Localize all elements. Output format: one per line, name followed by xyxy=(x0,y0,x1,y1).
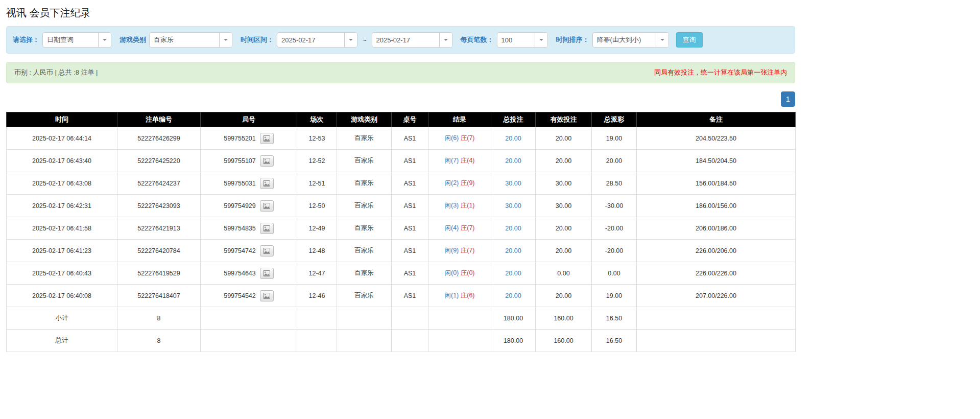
result-banker: 庄(4) xyxy=(461,157,475,164)
cell-remark: 207.00/226.00 xyxy=(637,285,796,307)
video-replay-icon[interactable] xyxy=(260,290,274,301)
cell-bet-id: 522276418407 xyxy=(117,285,201,307)
time-range-label: 时间区间： xyxy=(241,35,274,44)
cell-total-bet: 20.00 xyxy=(491,262,536,285)
cell-payout: 19.00 xyxy=(592,127,637,150)
subtotal-empty-cell xyxy=(392,307,428,330)
total-empty-cell xyxy=(337,330,392,352)
cell-result: 闲(9) 庄(7) xyxy=(428,240,491,262)
header-payout: 总派彩 xyxy=(592,112,637,127)
cell-bet-id: 522276423093 xyxy=(117,195,201,217)
video-replay-icon[interactable] xyxy=(260,155,274,167)
video-replay-icon[interactable] xyxy=(260,133,274,144)
total-bet-link[interactable]: 20.00 xyxy=(505,247,521,254)
result-banker: 庄(1) xyxy=(461,202,475,209)
filter-bar: 请选择： 日期查询 游戏类别 百家乐 时间区间： 2025-02-17 ~ 20… xyxy=(6,26,795,54)
date-from-dropdown[interactable]: 2025-02-17 xyxy=(277,32,357,48)
total-bet-link[interactable]: 20.00 xyxy=(505,157,521,165)
header-table-no: 桌号 xyxy=(392,112,428,127)
subtotal-row: 小计 8 180.00 160.00 16.50 xyxy=(7,307,796,330)
cell-remark: 226.00/206.00 xyxy=(637,240,796,262)
cell-table-no: AS1 xyxy=(392,285,428,307)
game-type-dropdown[interactable]: 百家乐 xyxy=(149,32,232,48)
video-replay-icon[interactable] xyxy=(260,178,274,189)
cell-remark: 156.00/184.50 xyxy=(637,172,796,195)
sort-value: 降幂(由大到小) xyxy=(593,33,656,47)
table-footer: 小计 8 180.00 160.00 16.50 总计 8 1 xyxy=(7,307,796,352)
cell-total-bet: 30.00 xyxy=(491,195,536,217)
total-payout: 16.50 xyxy=(592,330,637,352)
page-1-button[interactable]: 1 xyxy=(781,91,795,107)
cell-bet-id: 522276426299 xyxy=(117,127,201,150)
cell-game-type: 百家乐 xyxy=(337,195,392,217)
total-row: 总计 8 180.00 160.00 16.50 xyxy=(7,330,796,352)
query-type-value: 日期查询 xyxy=(43,33,98,47)
cell-session: 12-51 xyxy=(297,172,337,195)
table-row: 2025-02-17 06:40:08522276418407599754542… xyxy=(7,285,796,307)
cell-total-bet: 20.00 xyxy=(491,285,536,307)
game-type-value: 百家乐 xyxy=(150,33,219,47)
total-bet-link[interactable]: 30.00 xyxy=(505,180,521,187)
cell-game-type: 百家乐 xyxy=(337,172,392,195)
table-row: 2025-02-17 06:44:14522276426299599755201… xyxy=(7,127,796,150)
round-id-text: 599755201 xyxy=(224,135,256,142)
chevron-down-icon[interactable] xyxy=(98,33,111,47)
cell-total-bet: 20.00 xyxy=(491,240,536,262)
cell-round-id: 599754643 xyxy=(201,262,297,285)
total-bet-link[interactable]: 20.00 xyxy=(505,135,521,142)
query-type-dropdown[interactable]: 日期查询 xyxy=(42,32,111,48)
cell-round-id: 599755031 xyxy=(201,172,297,195)
video-replay-icon[interactable] xyxy=(260,200,274,212)
cell-round-id: 599755201 xyxy=(201,127,297,150)
cell-round-id: 599754835 xyxy=(201,217,297,240)
table-row: 2025-02-17 06:41:23522276420784599754742… xyxy=(7,240,796,262)
cell-session: 12-50 xyxy=(297,195,337,217)
chevron-down-icon[interactable] xyxy=(656,33,668,47)
result-banker: 庄(7) xyxy=(461,134,475,142)
cell-table-no: AS1 xyxy=(392,195,428,217)
chevron-down-icon[interactable] xyxy=(219,33,232,47)
result-banker: 庄(9) xyxy=(461,179,475,187)
subtotal-empty-cell xyxy=(337,307,392,330)
chevron-down-icon[interactable] xyxy=(535,33,547,47)
header-remark: 备注 xyxy=(637,112,796,127)
cell-payout: 20.00 xyxy=(592,150,637,172)
subtotal-payout: 16.50 xyxy=(592,307,637,330)
date-to-dropdown[interactable]: 2025-02-17 xyxy=(372,32,452,48)
cell-total-bet: 30.00 xyxy=(491,172,536,195)
cell-bet-id: 522276425220 xyxy=(117,150,201,172)
chevron-down-icon[interactable] xyxy=(439,33,452,47)
chevron-down-icon[interactable] xyxy=(344,33,357,47)
total-count: 8 xyxy=(117,330,201,352)
sort-label: 时间排序： xyxy=(556,35,589,44)
page-title: 视讯 会员下注纪录 xyxy=(6,6,797,20)
total-bet-link[interactable]: 20.00 xyxy=(505,270,521,277)
header-valid-bet: 有效投注 xyxy=(536,112,592,127)
date-to-value: 2025-02-17 xyxy=(372,33,439,47)
cell-result: 闲(2) 庄(9) xyxy=(428,172,491,195)
total-bet-link[interactable]: 20.00 xyxy=(505,225,521,232)
page-size-dropdown[interactable]: 100 xyxy=(497,32,548,48)
result-player: 闲(4) xyxy=(444,224,459,231)
sort-dropdown[interactable]: 降幂(由大到小) xyxy=(592,32,669,48)
video-replay-icon[interactable] xyxy=(260,223,274,234)
range-separator: ~ xyxy=(363,36,367,44)
total-bet-link[interactable]: 30.00 xyxy=(505,202,521,210)
result-player: 闲(1) xyxy=(444,292,459,299)
search-button[interactable]: 查询 xyxy=(676,32,703,48)
page: 视讯 会员下注纪录 请选择： 日期查询 游戏类别 百家乐 时间区间： 2025-… xyxy=(0,0,797,362)
cell-remark: 186.00/156.00 xyxy=(637,195,796,217)
result-player: 闲(2) xyxy=(444,179,459,187)
cell-valid-bet: 20.00 xyxy=(536,127,592,150)
round-id-text: 599755107 xyxy=(224,157,256,165)
video-replay-icon[interactable] xyxy=(260,268,274,279)
cell-round-id: 599754542 xyxy=(201,285,297,307)
game-type-label: 游戏类别 xyxy=(119,35,146,44)
result-player: 闲(6) xyxy=(444,134,459,142)
header-game-type: 游戏类别 xyxy=(337,112,392,127)
cell-result: 闲(1) 庄(6) xyxy=(428,285,491,307)
subtotal-label: 小计 xyxy=(7,307,117,330)
total-bet-link[interactable]: 20.00 xyxy=(505,292,521,299)
cell-payout: -20.00 xyxy=(592,240,637,262)
video-replay-icon[interactable] xyxy=(260,245,274,257)
